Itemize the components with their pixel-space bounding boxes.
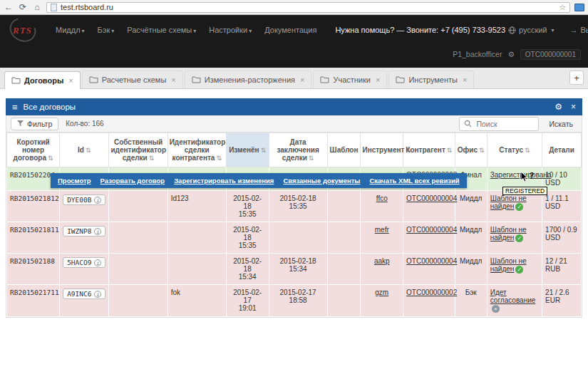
filter-button[interactable]: Фильтр [11, 118, 58, 130]
info-icon[interactable]: i [94, 197, 101, 204]
sort-icon[interactable]: ⇅ [479, 147, 485, 154]
search-box[interactable] [459, 117, 539, 131]
close-icon[interactable]: × [376, 76, 380, 84]
cell-status[interactable]: Шаблон не найден✓ [487, 191, 542, 222]
cell-short-number[interactable]: RB2015021811 [7, 222, 60, 254]
bookmark-star-icon[interactable]: ☆ [559, 3, 566, 12]
cell-id[interactable]: DYE00Bi [60, 191, 109, 222]
col-header-cp-deal-id[interactable]: Идентификатор сделки контрагента⇅ [167, 133, 226, 167]
cell-id[interactable]: 5HACO9i [60, 254, 109, 285]
sort-icon[interactable]: ⇅ [86, 147, 91, 154]
url-bar[interactable]: test.rtsboard.ru ☆ [46, 2, 570, 13]
url-text[interactable]: test.rtsboard.ru [61, 3, 555, 11]
cell-counterparty[interactable]: OTC000000004 [403, 191, 455, 222]
col-header-id[interactable]: Id⇅ [60, 133, 109, 167]
sort-icon[interactable]: ⇅ [149, 155, 155, 162]
col-header-office[interactable]: Офис⇅ [455, 133, 487, 167]
info-icon[interactable]: i [94, 291, 101, 298]
table-row[interactable]: RB2015021811 IWZNP8i 2015-02-18 15:35 me… [7, 222, 582, 254]
sort-icon[interactable]: ⇅ [261, 147, 267, 154]
sort-icon[interactable]: ⇅ [447, 147, 453, 154]
cell-status[interactable]: Идет согласование× [487, 285, 542, 317]
search-input[interactable] [475, 119, 532, 129]
cell-instrument[interactable]: gzm [361, 285, 403, 317]
back-icon[interactable]: ← [4, 2, 14, 12]
display-icon[interactable] [574, 4, 584, 11]
menu-icon[interactable]: ≡ [12, 103, 18, 112]
close-icon[interactable]: × [68, 76, 73, 85]
cell-details[interactable]: 10 / 10 USD [542, 167, 582, 191]
table-row[interactable]: RB201502188 5HACO9i 2015-02-18 15:34 201… [7, 254, 582, 285]
cell-details[interactable]: 12 / 21 RUB [542, 254, 582, 285]
status-tooltip: REGISTERED [502, 187, 547, 195]
sort-icon[interactable]: ⇅ [216, 155, 222, 162]
rts-logo[interactable]: RTS [7, 16, 38, 43]
col-header-short-number[interactable]: Короткий номер договора⇅ [7, 133, 60, 167]
search-button[interactable]: Искать [545, 119, 577, 129]
col-header-deal-date[interactable]: Дата заключения сделки⇅ [269, 133, 327, 167]
cell-own-deal-id [109, 254, 167, 285]
table-row[interactable]: RB2015021711 A9INC6i fok 2015-02-17 19:0… [7, 285, 582, 317]
language-selector[interactable]: русский ▾ [507, 23, 556, 37]
table-row[interactable]: RB2015021812 DYE00Bi Id123 2015-02-18 15… [7, 191, 582, 222]
col-header-changed[interactable]: Изменён⇅ [226, 133, 269, 167]
col-header-details[interactable]: Детали [542, 133, 582, 167]
gear-icon[interactable]: ⚙ [507, 50, 514, 58]
close-icon[interactable]: × [463, 76, 467, 84]
cell-details[interactable]: 1 / 11.1 USD [542, 191, 582, 222]
close-icon[interactable]: × [171, 76, 175, 84]
cell-template [327, 191, 361, 222]
nav-middle[interactable]: Миддл▾ [50, 23, 91, 37]
reload-icon[interactable]: ⟳ [18, 2, 28, 12]
nav-settlement-schemes[interactable]: Расчётные схемы▾ [121, 23, 202, 37]
ctx-related-documents[interactable]: Связанные документы [283, 177, 360, 185]
cell-office: Миддл [455, 222, 487, 254]
logout-button[interactable]: → Выйти [569, 23, 588, 37]
cell-short-number[interactable]: RB2015021711 [7, 285, 60, 317]
ctx-register-changes[interactable]: Зарегистрировать изменения [174, 177, 274, 185]
cell-instrument[interactable]: ffco [361, 191, 403, 222]
ctx-download-xml[interactable]: Скачать XML всех ревизий [369, 177, 459, 185]
cell-instrument[interactable]: mefr [361, 222, 403, 254]
cell-status[interactable]: Шаблон не найден✓ [487, 254, 542, 285]
cell-short-number[interactable]: RB2015021812 [7, 191, 60, 222]
tab-settlement-schemes[interactable]: Расчетные схемы × [82, 71, 183, 88]
sort-icon[interactable]: ⇅ [48, 155, 53, 162]
cell-short-number[interactable]: RB201502188 [7, 254, 60, 285]
cell-changed: 2015-02-17 19:01 [226, 285, 269, 317]
nav-documentation[interactable]: Документация [259, 23, 322, 37]
ctx-view[interactable]: Просмотр [58, 177, 91, 185]
panel-gear-icon[interactable]: ⚙ [555, 102, 562, 112]
col-header-own-deal-id[interactable]: Собственный идентификатор сделки⇅ [109, 133, 167, 167]
add-tab-button[interactable]: + [569, 71, 584, 85]
cell-id[interactable]: IWZNP8i [60, 222, 109, 254]
info-icon[interactable]: i [94, 228, 101, 235]
panel-close-icon[interactable]: × [571, 102, 576, 112]
cell-status[interactable]: Шаблон не найден✓ [487, 222, 542, 254]
sort-icon[interactable]: ⇅ [309, 155, 314, 162]
nav-settings[interactable]: Настройки▾ [203, 23, 257, 37]
col-header-counterparty[interactable]: Контрагент⇅ [403, 133, 455, 167]
col-header-status[interactable]: Статус⇅ [487, 133, 542, 167]
sort-icon[interactable]: ⇅ [525, 147, 530, 154]
cell-counterparty[interactable]: OTC000000002 [403, 285, 455, 317]
cell-details[interactable]: 1700 / 0.9 USD [542, 222, 582, 254]
tab-amendments[interactable]: Изменения-расторжения × [185, 71, 312, 88]
cell-id[interactable]: A9INC6i [60, 285, 109, 317]
ctx-terminate-contract[interactable]: Разорвать договор [100, 177, 165, 185]
home-icon[interactable]: ⌂ [32, 2, 42, 12]
tab-instruments[interactable]: Инструменты × [388, 71, 474, 88]
col-header-instrument[interactable]: Инструмент⇅ [361, 133, 403, 167]
close-icon[interactable]: × [300, 76, 304, 84]
cell-counterparty[interactable]: OTC000000004 [403, 222, 455, 254]
nav-back[interactable]: Бэк▾ [92, 23, 120, 37]
cell-instrument[interactable]: aakp [361, 254, 403, 285]
col-header-template[interactable]: Шаблон [327, 133, 361, 167]
cell-counterparty[interactable]: OTC000000004 [403, 254, 455, 285]
account-id-badge[interactable]: OTC000000001 [520, 49, 581, 60]
tab-contracts[interactable]: Договоры × [4, 71, 81, 89]
info-icon[interactable]: i [94, 259, 101, 266]
tab-participants[interactable]: Участники × [313, 71, 387, 88]
cell-details[interactable]: 21 / 2.6 EUR [542, 285, 582, 317]
user-name[interactable]: P1_backofficer [453, 50, 502, 58]
